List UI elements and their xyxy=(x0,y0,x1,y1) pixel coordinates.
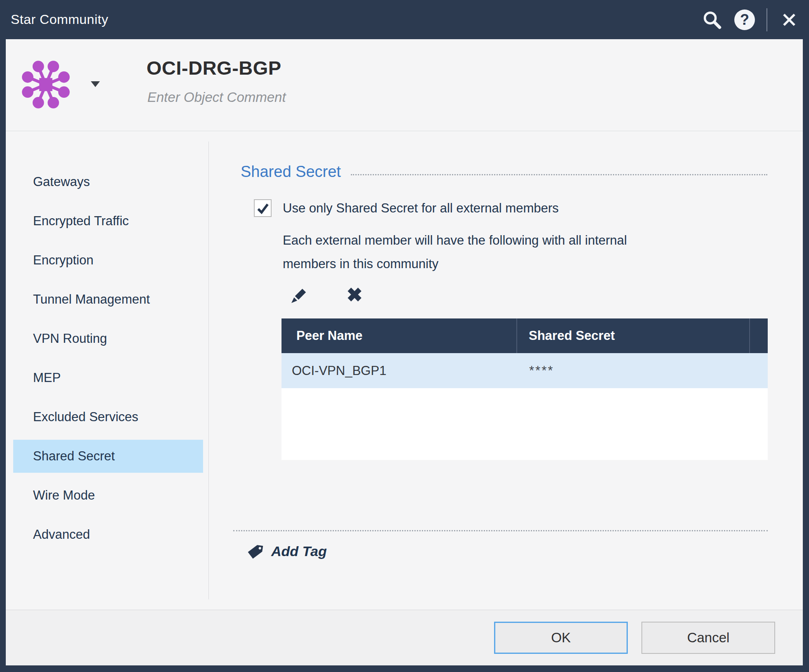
shared-secret-cell: **** xyxy=(517,363,554,378)
sidebar-item-encryption[interactable]: Encryption xyxy=(13,244,203,277)
table-toolbar xyxy=(289,284,365,305)
dialog-footer: OK Cancel xyxy=(6,610,803,665)
use-only-shared-secret-checkbox[interactable] xyxy=(254,199,272,217)
sidebar-separator xyxy=(208,141,209,599)
peer-name-cell: OCI-VPN_BGP1 xyxy=(281,363,517,378)
sidebar-item-vpn-routing[interactable]: VPN Routing xyxy=(13,322,203,355)
section-header: Shared Secret xyxy=(241,163,767,181)
close-icon[interactable] xyxy=(778,9,800,31)
sidebar-item-shared-secret[interactable]: Shared Secret xyxy=(13,440,203,473)
delete-x-icon[interactable] xyxy=(344,284,365,305)
checkmark-icon xyxy=(255,201,270,216)
titlebar-icons: ? xyxy=(701,8,800,31)
titlebar: Star Community ? xyxy=(0,0,809,39)
star-community-icon[interactable] xyxy=(19,57,73,113)
sidebar-item-gateways[interactable]: Gateways xyxy=(13,165,203,198)
sidebar-item-encrypted-traffic[interactable]: Encrypted Traffic xyxy=(13,205,203,238)
table-header-row: Peer Name Shared Secret xyxy=(281,318,768,353)
column-header-peer-name[interactable]: Peer Name xyxy=(281,318,517,353)
object-comment-input[interactable]: Enter Object Comment xyxy=(147,90,286,105)
shared-secret-description: Each external member will have the follo… xyxy=(283,229,627,276)
edit-pencil-icon[interactable] xyxy=(289,284,310,305)
object-header: OCI-DRG-BGP Enter Object Comment xyxy=(6,39,803,131)
sidebar-item-excluded-services[interactable]: Excluded Services xyxy=(13,401,203,434)
column-header-spacer xyxy=(750,318,768,353)
column-header-shared-secret[interactable]: Shared Secret xyxy=(517,318,750,353)
ok-button[interactable]: OK xyxy=(494,622,628,654)
description-line-2: members in this community xyxy=(283,252,627,276)
description-line-1: Each external member will have the follo… xyxy=(283,229,627,252)
add-tag-button[interactable]: Add Tag xyxy=(248,543,327,559)
cancel-button[interactable]: Cancel xyxy=(641,622,775,654)
tag-icon xyxy=(248,544,263,559)
sidebar-item-advanced[interactable]: Advanced xyxy=(13,518,203,551)
dialog-title: Star Community xyxy=(11,12,108,27)
search-icon[interactable] xyxy=(701,9,723,31)
dialog-body: OCI-DRG-BGP Enter Object Comment Gateway… xyxy=(6,39,803,665)
shared-secret-table: Peer Name Shared Secret OCI-VPN_BGP1 ***… xyxy=(281,318,768,460)
sidebar-item-wire-mode[interactable]: Wire Mode xyxy=(13,479,203,512)
section-separator xyxy=(233,530,768,531)
checkbox-label: Use only Shared Secret for all external … xyxy=(283,201,559,216)
titlebar-divider xyxy=(766,8,767,31)
help-icon[interactable]: ? xyxy=(734,9,755,31)
community-icon-dropdown-icon[interactable] xyxy=(91,81,100,87)
add-tag-label: Add Tag xyxy=(271,543,327,559)
section-title-rule xyxy=(351,174,767,175)
star-community-dialog: Star Community ? xyxy=(0,0,809,672)
help-glyph: ? xyxy=(740,11,749,28)
sidebar-nav: Gateways Encrypted Traffic Encryption Tu… xyxy=(6,165,208,557)
shared-secret-checkbox-row: Use only Shared Secret for all external … xyxy=(254,199,559,217)
object-name[interactable]: OCI-DRG-BGP xyxy=(147,57,281,79)
sidebar-item-mep[interactable]: MEP xyxy=(13,361,203,394)
section-title: Shared Secret xyxy=(241,163,341,181)
sidebar-item-tunnel-management[interactable]: Tunnel Management xyxy=(13,283,203,316)
table-row[interactable]: OCI-VPN_BGP1 **** xyxy=(281,353,768,388)
